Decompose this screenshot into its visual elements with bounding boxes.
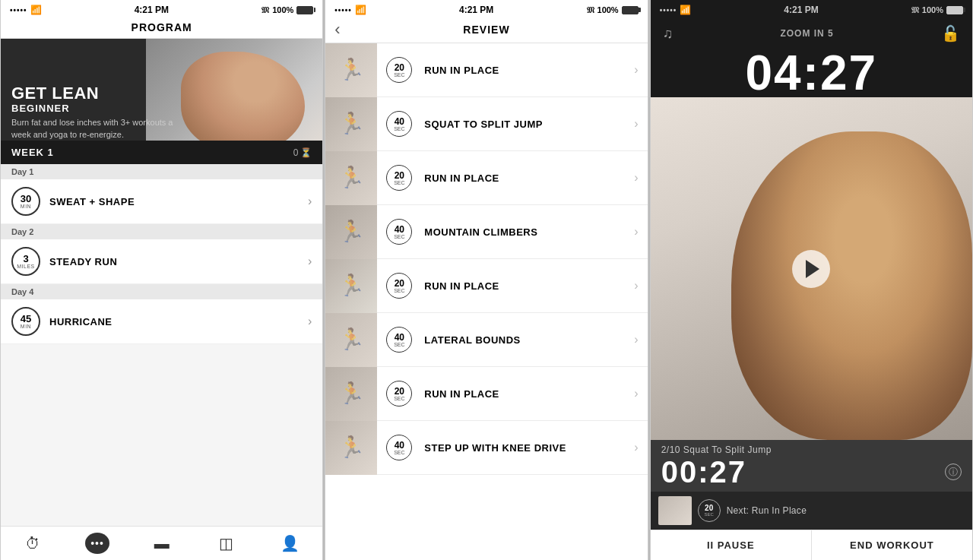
status-bar-3: ••••• 📶 4:21 PM 𝔐 100% <box>651 0 972 18</box>
review-thumb-2: 🏃 <box>325 151 377 205</box>
review-name-7: STEP UP WITH KNEE DRIVE <box>421 442 634 454</box>
review-header: ‹ REVIEW <box>325 18 647 43</box>
review-meta-7: 40 SEC <box>377 435 421 460</box>
play-button[interactable] <box>792 250 830 288</box>
workout-name-sweat: SWEAT + SHAPE <box>49 196 299 207</box>
time-2: 4:21 PM <box>459 5 493 15</box>
battery-area-1: 𝔐 100% <box>261 5 313 15</box>
workout-item-run[interactable]: 3 MILES STEADY RUN › <box>1 239 322 284</box>
review-timer-4: 20 SEC <box>386 273 412 299</box>
day-label-1: Day 1 <box>1 164 322 179</box>
timer-circle-run: 3 MILES <box>11 247 40 276</box>
review-chevron-3: › <box>634 225 647 239</box>
bt-icon-3: 𝔐 <box>911 5 919 15</box>
battery-area-3: 𝔐 100% <box>911 5 963 15</box>
pause-button[interactable]: II PAUSE <box>651 530 812 560</box>
hero-week-label: WEEK 1 <box>11 147 54 158</box>
zoom-label: ZOOM IN 5 <box>780 28 833 39</box>
end-workout-button[interactable]: END WORKOUT <box>812 530 972 560</box>
review-name-1: SQUAT TO SPLIT JUMP <box>421 119 634 130</box>
workouts-tab-icon: ◫ <box>219 534 233 552</box>
review-meta-0: 20 SEC <box>377 57 421 83</box>
review-item[interactable]: 🏃 20 SEC RUN IN PLACE › <box>325 151 647 205</box>
signal-2: ••••• <box>334 6 352 14</box>
tab-menu[interactable]: ••• <box>81 533 114 554</box>
set-label: 2/10 Squat To Split Jump <box>661 445 962 455</box>
tab-timer[interactable]: ⏱ <box>16 533 49 554</box>
tab-schedule[interactable]: ▬ <box>145 533 179 554</box>
review-thumb-0: 🏃 <box>325 43 377 97</box>
review-item[interactable]: 🏃 20 SEC RUN IN PLACE › <box>325 43 647 97</box>
chevron-run: › <box>308 255 312 268</box>
menu-dot-icon[interactable]: ••• <box>85 533 109 554</box>
workout-item-hurricane[interactable]: 45 MIN HURRICANE › <box>1 299 322 344</box>
review-item[interactable]: 🏃 40 SEC STEP UP WITH KNEE DRIVE › <box>325 421 647 475</box>
action-bar: II PAUSE END WORKOUT <box>651 530 972 560</box>
review-thumb-6: 🏃 <box>325 367 377 421</box>
timer-tab-icon: ⏱ <box>25 535 40 552</box>
back-button[interactable]: ‹ <box>334 21 346 38</box>
day-label-4: Day 4 <box>1 284 322 299</box>
hero-content: GET LEAN BEGINNER Burn fat and lose inch… <box>1 76 322 141</box>
review-timer-6: 20 SEC <box>386 381 412 407</box>
battery-bar-2 <box>622 6 639 14</box>
review-timer-5: 40 SEC <box>386 327 412 353</box>
review-list: 🏃 20 SEC RUN IN PLACE › 🏃 40 SEC <box>325 43 647 560</box>
hero-card[interactable]: GET LEAN BEGINNER Burn fat and lose inch… <box>1 39 322 164</box>
next-timer: 20 SEC <box>698 499 721 522</box>
chevron-hurricane: › <box>308 315 312 328</box>
review-screen: 🏃 20 SEC RUN IN PLACE › 🏃 40 SEC <box>325 43 647 560</box>
signal-3: ••••• <box>660 6 677 14</box>
review-meta-4: 20 SEC <box>377 273 421 299</box>
review-item[interactable]: 🏃 40 SEC SQUAT TO SPLIT JUMP › <box>325 97 647 151</box>
profile-tab-icon: 👤 <box>280 534 300 552</box>
battery-area-2: 𝔐 100% <box>587 5 639 15</box>
status-bar-1: ••••• 📶 4:21 PM 𝔐 100% <box>1 0 322 18</box>
review-chevron-7: › <box>634 441 647 454</box>
review-item[interactable]: 🏃 20 SEC RUN IN PLACE › <box>325 259 647 313</box>
review-title: REVIEW <box>463 24 509 36</box>
next-thumb <box>658 496 692 525</box>
info-button[interactable]: ⓘ <box>945 464 962 480</box>
play-triangle-icon <box>806 260 819 278</box>
workout-athlete <box>731 131 972 440</box>
workout-item-sweat[interactable]: 30 MIN SWEAT + SHAPE › <box>1 179 322 224</box>
status-left-3: ••••• 📶 <box>660 5 692 15</box>
battery-pct-2: 100% <box>597 5 619 14</box>
review-chevron-6: › <box>634 387 647 400</box>
review-item[interactable]: 🏃 20 SEC RUN IN PLACE › <box>325 367 647 421</box>
bt-icon-2: 𝔐 <box>587 5 594 15</box>
review-timer-7: 40 SEC <box>386 435 412 460</box>
review-name-3: MOUNTAIN CLIMBERS <box>421 226 634 238</box>
review-timer-0: 20 SEC <box>386 57 412 83</box>
lock-icon[interactable]: 🔓 <box>941 24 960 43</box>
review-meta-3: 40 SEC <box>377 219 421 245</box>
wifi-1: 📶 <box>30 5 42 15</box>
review-item[interactable]: 🏃 40 SEC LATERAL BOUNDS › <box>325 313 647 367</box>
review-thumb-3: 🏃 <box>325 205 377 259</box>
workout-name-run: STEADY RUN <box>49 256 299 267</box>
hero-title: GET LEAN <box>11 85 312 102</box>
review-timer-1: 40 SEC <box>386 111 412 137</box>
music-icon[interactable]: ♫ <box>663 26 673 42</box>
signal-1: ••••• <box>10 6 27 14</box>
review-name-0: RUN IN PLACE <box>421 65 634 76</box>
tab-workouts[interactable]: ◫ <box>209 533 242 554</box>
next-sec: 20 <box>705 505 713 512</box>
hero-desc: Burn fat and lose inches with 3+ workout… <box>11 117 176 141</box>
tab-profile[interactable]: 👤 <box>274 533 307 554</box>
tab-bar-1: ⏱ ••• ▬ ◫ 👤 <box>1 526 322 560</box>
review-timer-2: 20 SEC <box>386 165 412 191</box>
bt-icon-1: 𝔐 <box>261 5 269 15</box>
hero-subtitle: BEGINNER <box>11 103 312 114</box>
big-timer: 04:27 <box>651 46 972 97</box>
review-name-6: RUN IN PLACE <box>421 388 634 400</box>
program-title: PROGRAM <box>132 21 192 33</box>
review-thumb-4: 🏃 <box>325 259 377 313</box>
review-chevron-5: › <box>634 333 647 346</box>
review-timer-3: 40 SEC <box>386 219 412 245</box>
review-item[interactable]: 🏃 40 SEC MOUNTAIN CLIMBERS › <box>325 205 647 259</box>
day-label-2: Day 2 <box>1 224 322 239</box>
schedule-tab-icon: ▬ <box>154 535 170 552</box>
workout-video[interactable] <box>651 97 972 440</box>
